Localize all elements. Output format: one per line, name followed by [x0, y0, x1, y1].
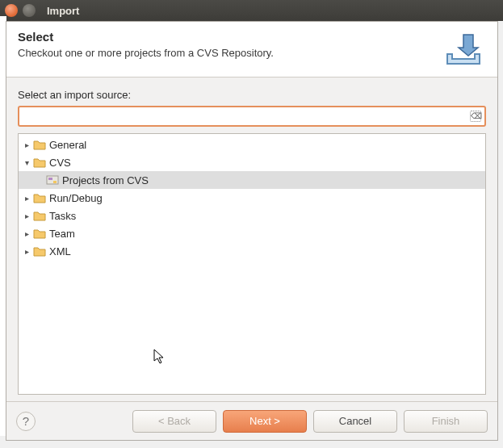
import-dialog: Select Checkout one or more projects fro… [6, 21, 498, 441]
import-banner-icon [441, 30, 486, 69]
window-titlebar: Import [0, 0, 503, 21]
chevron-right-icon[interactable]: ▸ [22, 193, 31, 203]
dialog-footer: ? < Back Next > Cancel Finish [6, 401, 497, 440]
tree-item-label: Run/Debug [49, 192, 103, 204]
tree-item-general[interactable]: ▸ General [19, 136, 485, 153]
tree-item-label: XML [49, 245, 71, 257]
chevron-right-icon[interactable]: ▸ [22, 228, 31, 238]
folder-icon [33, 192, 46, 203]
tree-item-label: Tasks [49, 210, 76, 222]
next-button[interactable]: Next > [223, 410, 307, 433]
tree-leaf-spacer [35, 175, 44, 185]
chevron-right-icon[interactable]: ▸ [22, 211, 31, 220]
tree-item-team[interactable]: ▸ Team [19, 224, 485, 242]
close-window-icon[interactable] [5, 4, 18, 17]
folder-icon [33, 245, 46, 257]
folder-icon [33, 228, 46, 239]
tree-item-label: Projects from CVS [62, 174, 149, 186]
folder-icon [33, 210, 46, 221]
tree-item-xml[interactable]: ▸ XML [19, 242, 485, 260]
minimize-window-icon[interactable] [23, 4, 36, 17]
finish-button: Finish [404, 410, 488, 433]
chevron-right-icon[interactable]: ▸ [22, 140, 31, 149]
tree-item-label: CVS [49, 157, 71, 169]
svg-rect-1 [48, 178, 52, 180]
tree-item-cvs[interactable]: ▾ CVS [19, 153, 485, 171]
svg-rect-2 [53, 181, 57, 183]
tree-item-label: Team [49, 228, 75, 240]
chevron-right-icon[interactable]: ▸ [22, 246, 31, 256]
help-button[interactable]: ? [16, 412, 36, 431]
dialog-body: Select an import source: ⌫ ▸ General ▾ C… [6, 77, 497, 401]
folder-icon [33, 157, 46, 168]
back-button: < Back [132, 410, 216, 433]
tree-item-tasks[interactable]: ▸ Tasks [19, 207, 485, 224]
chevron-down-icon[interactable]: ▾ [22, 157, 31, 167]
dialog-header: Select Checkout one or more projects fro… [6, 22, 497, 77]
tree-item-label: General [49, 139, 86, 151]
cvs-wizard-icon [46, 174, 59, 186]
window-title: Import [47, 5, 79, 17]
folder-icon [33, 139, 46, 150]
tree-item-projects-from-cvs[interactable]: Projects from CVS [19, 171, 485, 189]
import-source-tree[interactable]: ▸ General ▾ CVS Projects from CVS ▸ [18, 133, 486, 395]
filter-label: Select an import source: [18, 89, 486, 101]
clear-filter-icon[interactable]: ⌫ [470, 111, 481, 122]
page-title: Select [18, 30, 441, 44]
tree-item-run-debug[interactable]: ▸ Run/Debug [19, 189, 485, 207]
page-subtitle: Checkout one or more projects from a CVS… [18, 47, 441, 59]
filter-input[interactable] [18, 106, 486, 127]
cancel-button[interactable]: Cancel [313, 410, 397, 433]
